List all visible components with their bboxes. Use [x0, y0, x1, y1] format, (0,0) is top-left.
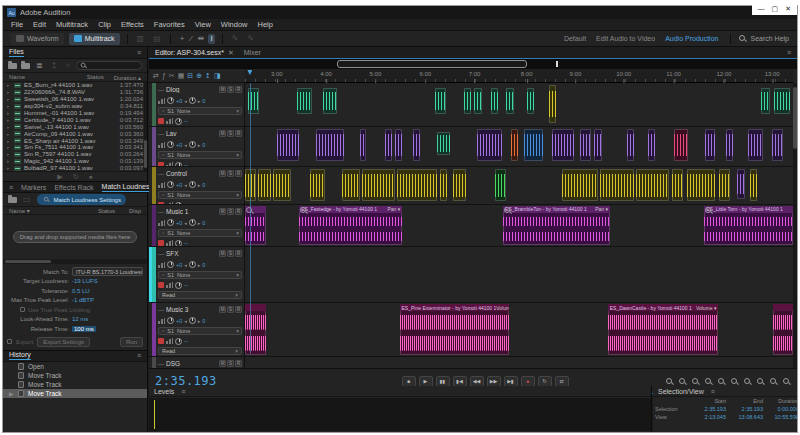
transport-button[interactable]: ▶	[419, 376, 433, 387]
pan-knob[interactable]	[189, 261, 196, 268]
search-help[interactable]: Search Help	[738, 34, 789, 43]
expand-chevron-icon[interactable]: ▸	[7, 138, 11, 144]
track-header[interactable]: — Dlog M S R +0	[152, 83, 245, 126]
panel-tab[interactable]: Markers	[21, 184, 46, 191]
column-disp[interactable]: Disp	[129, 208, 141, 214]
audio-clip[interactable]	[527, 88, 534, 114]
expand-chevron-icon[interactable]: ▸	[7, 103, 11, 109]
expand-chevron-icon[interactable]: ▸	[7, 144, 11, 150]
audio-clip[interactable]	[397, 169, 436, 202]
file-row[interactable]: ▸ Hummet_-01 44100 1.wav 0:19.494	[3, 110, 147, 117]
clip-automation-badge[interactable]: Pan ▾	[387, 206, 400, 212]
end-value[interactable]: 2:35.193	[726, 406, 763, 412]
clip-automation-badge[interactable]: Pan ▾	[595, 206, 608, 212]
audio-clip[interactable]	[580, 129, 591, 160]
fx-knob[interactable]	[175, 338, 182, 345]
arm-record-button[interactable]: R	[235, 208, 242, 215]
tool-icon[interactable]: +	[178, 34, 187, 44]
tab-history[interactable]: History	[9, 351, 31, 360]
zoom-tool-icon[interactable]	[717, 377, 726, 386]
multitrack-tool-icon[interactable]: ◨	[214, 72, 221, 79]
navigator-range-box[interactable]	[337, 60, 527, 68]
column-status[interactable]: Status	[98, 208, 115, 214]
fx-knob[interactable]	[175, 240, 182, 247]
workspace-button[interactable]: Edit Audio to Video	[596, 35, 655, 42]
audio-clip[interactable]	[453, 169, 467, 202]
audio-clip[interactable]	[562, 169, 598, 202]
track-name[interactable]: Music 1	[166, 208, 217, 215]
file-row[interactable]: ▸ Sm R_7597 44100 1.wav 0:03.264	[3, 151, 147, 158]
audio-clip[interactable]	[761, 88, 770, 114]
audio-clip[interactable]	[316, 129, 344, 160]
clip-header[interactable]	[245, 304, 266, 311]
history-item[interactable]: Move Track	[3, 380, 147, 389]
record-punch-icon[interactable]	[158, 240, 164, 246]
solo-button[interactable]: S	[227, 170, 234, 177]
multitrack-tool-icon[interactable]: ✂	[169, 72, 175, 79]
match-to-dropdown[interactable]: ITU-R BS.1770-3 Loudness ▾	[72, 267, 143, 276]
menu-item[interactable]: Window	[221, 20, 248, 29]
record-punch-icon[interactable]	[158, 282, 164, 288]
pan-knob[interactable]	[189, 317, 196, 324]
send-dropdown[interactable]: ◔ S1 None ▾	[158, 271, 242, 279]
multitrack-tool-icon[interactable]: ⊕	[196, 72, 202, 79]
clip-header[interactable]	[773, 304, 793, 311]
menu-item[interactable]: Help	[258, 20, 273, 29]
panel-menu-icon[interactable]: ≡	[787, 49, 791, 56]
minimize-button[interactable]: —	[758, 5, 765, 12]
export-checkbox[interactable]	[7, 339, 12, 344]
volume-knob[interactable]	[167, 317, 174, 324]
audio-clip[interactable]	[719, 169, 730, 202]
audio-clip[interactable]	[437, 132, 451, 155]
volume-knob[interactable]	[167, 181, 174, 188]
close-button[interactable]: ✕	[785, 5, 791, 12]
duration-value[interactable]: 10:55.598	[763, 414, 797, 420]
start-value[interactable]: 2:13.045	[689, 414, 726, 420]
audio-clip[interactable]	[495, 169, 506, 202]
solo-button[interactable]: S	[227, 306, 234, 313]
zoom-tool-icon[interactable]	[730, 377, 739, 386]
audio-clip[interactable]	[464, 88, 471, 114]
track-lane[interactable]	[245, 127, 793, 166]
transport-button[interactable]: ◀◀	[470, 376, 484, 387]
audio-clip[interactable]: ES_Little Torn - by Yomoti 44100 1	[704, 206, 793, 245]
column-name[interactable]: Name	[9, 74, 25, 80]
duration-value[interactable]: 0:00.000	[763, 406, 797, 412]
audio-clip[interactable]	[705, 129, 715, 160]
transport-button[interactable]: ▮▮	[436, 376, 450, 387]
send-dropdown[interactable]: ◔ S1 None ▾	[158, 229, 242, 237]
panel-tab[interactable]: Effects Rack	[54, 184, 93, 191]
tool-icon[interactable]: ⇹	[196, 34, 207, 44]
mute-button[interactable]: M	[219, 360, 226, 367]
zoom-tool-icon[interactable]	[756, 377, 765, 386]
track-header[interactable]: — Music 1 M S R	[152, 205, 245, 246]
audio-clip[interactable]	[773, 304, 793, 355]
track-header[interactable]: — Lav M S R +0	[152, 127, 245, 166]
audio-clip[interactable]	[774, 88, 790, 114]
track-header[interactable]: — Control M S R	[152, 167, 245, 204]
clip-automation-badge[interactable]: Volume ▾	[496, 305, 509, 311]
clip-automation-badge[interactable]: Volume ▾	[696, 305, 717, 311]
transport-button[interactable]: ●	[521, 376, 535, 387]
field-value[interactable]: 100 ms	[72, 326, 96, 332]
audio-clip[interactable]	[627, 129, 634, 160]
audio-clip[interactable]	[395, 129, 402, 160]
send-dropdown[interactable]: ◔ S1 None ▾	[158, 327, 242, 335]
expand-chevron-icon[interactable]: ▸	[7, 158, 11, 164]
files-scrollbar[interactable]	[144, 82, 147, 171]
audio-clip[interactable]	[772, 129, 783, 160]
match-loudness-drop-area[interactable]: Drag and drop supported media files here	[3, 215, 147, 259]
zoom-tool-icon[interactable]	[665, 377, 674, 386]
track-menu-icon[interactable]: —	[158, 131, 164, 137]
audio-clip[interactable]	[273, 169, 291, 202]
history-item[interactable]: Open	[3, 362, 147, 371]
field-value[interactable]: 0.5 LU	[72, 288, 90, 294]
fx-knob[interactable]	[175, 162, 182, 167]
panel-menu-icon[interactable]: ≡	[137, 352, 141, 359]
pan-knob[interactable]	[189, 181, 196, 188]
maximize-button[interactable]: ▢	[772, 5, 779, 12]
mute-button[interactable]: M	[219, 130, 226, 137]
send-dropdown[interactable]: ◔ S1 None ▾	[158, 191, 242, 199]
audio-clip[interactable]	[258, 169, 272, 202]
panel-menu-icon[interactable]: ≡	[137, 49, 141, 56]
